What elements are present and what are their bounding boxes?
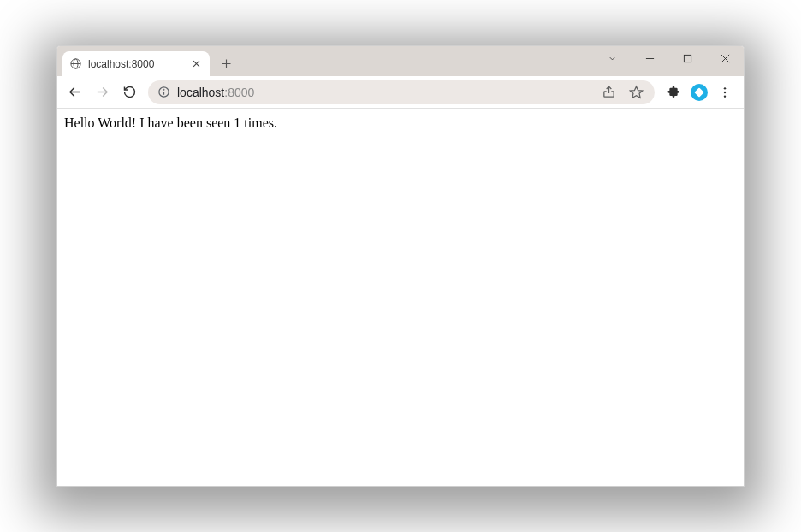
maximize-button[interactable] bbox=[668, 46, 706, 70]
reload-button[interactable] bbox=[117, 80, 141, 104]
window-controls bbox=[593, 46, 744, 70]
tab-strip: localhost:8000 bbox=[57, 46, 744, 76]
page-body-text: Hello World! I have been seen 1 times. bbox=[64, 115, 277, 130]
url-text: localhost:8000 bbox=[177, 86, 591, 99]
new-tab-button[interactable] bbox=[215, 52, 237, 74]
bookmark-icon[interactable] bbox=[626, 82, 646, 103]
tab-search-button[interactable] bbox=[593, 46, 631, 70]
extension-item[interactable] bbox=[687, 80, 711, 104]
menu-button[interactable] bbox=[713, 80, 737, 104]
address-bar[interactable]: localhost:8000 bbox=[148, 80, 655, 104]
svg-rect-8 bbox=[684, 55, 691, 62]
svg-marker-17 bbox=[630, 86, 642, 98]
svg-point-15 bbox=[163, 89, 164, 90]
close-tab-button[interactable] bbox=[189, 57, 203, 71]
back-button[interactable] bbox=[62, 80, 86, 104]
svg-point-19 bbox=[724, 91, 726, 92]
globe-icon bbox=[69, 57, 82, 70]
toolbar-right bbox=[662, 80, 737, 104]
browser-tab[interactable]: localhost:8000 bbox=[62, 51, 210, 76]
tab-title: localhost:8000 bbox=[88, 58, 183, 70]
site-info-icon[interactable] bbox=[157, 86, 170, 99]
url-host: localhost bbox=[177, 86, 224, 99]
extensions-button[interactable] bbox=[662, 80, 685, 104]
browser-window: localhost:8000 bbox=[56, 45, 745, 487]
minimize-button[interactable] bbox=[631, 46, 668, 70]
share-icon[interactable] bbox=[598, 82, 619, 103]
toolbar: localhost:8000 bbox=[57, 76, 744, 109]
svg-point-20 bbox=[724, 95, 726, 97]
extension-badge-icon bbox=[691, 84, 708, 101]
close-window-button[interactable] bbox=[706, 46, 744, 70]
forward-button[interactable] bbox=[90, 80, 114, 104]
page-content: Hello World! I have been seen 1 times. bbox=[57, 109, 744, 486]
url-port: :8000 bbox=[224, 86, 254, 99]
svg-point-18 bbox=[724, 87, 726, 89]
